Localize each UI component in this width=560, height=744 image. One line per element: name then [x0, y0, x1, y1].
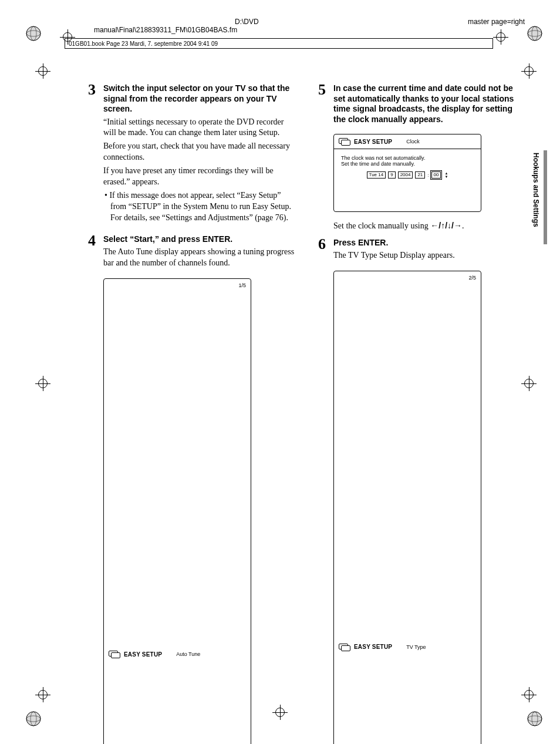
step-6: 6 Press ENTER. The TV Type Setup Display… [318, 237, 525, 264]
osd-tv-type: EASY SETUP TV Type 2/5 Select your TV sc… [333, 271, 481, 744]
osd-title: EASY SETUP [354, 139, 392, 145]
osd-page: 2/5 [468, 275, 476, 744]
easy-setup-icon [339, 644, 349, 651]
step-paragraph: The TV Type Setup Display appears. [333, 250, 525, 261]
step-bullet: • If this message does not appear, selec… [103, 190, 295, 224]
date-field-month: 9 [388, 171, 395, 179]
osd-page: 1/5 [238, 282, 246, 744]
step-title: Switch the input selector on your TV so … [103, 83, 295, 115]
step-paragraph: “Initial settings necessary to operate t… [103, 117, 295, 139]
osd-title: EASY SETUP [124, 651, 162, 658]
step-title: In case the current time and date could … [333, 83, 525, 124]
easy-setup-icon [109, 651, 119, 658]
date-field-year: 2004 [398, 171, 413, 179]
osd-text: The clock was not set automatically. [341, 155, 474, 161]
step-title: Press ENTER. [333, 238, 525, 248]
step-paragraph: The Auto Tune display appears showing a … [103, 247, 295, 269]
osd-subtitle: Auto Tune [176, 651, 200, 657]
right-column: 5 In case the current time and date coul… [318, 82, 525, 744]
body-paragraph: Set the clock manually using ←/↑/↓/→. [333, 220, 525, 232]
osd-subtitle: TV Type [406, 644, 426, 650]
arrow-keys-icon: ←/↑/↓/→ [430, 221, 462, 230]
date-field-day: Tue 14 [367, 171, 386, 179]
osd-title: EASY SETUP [354, 644, 392, 650]
step-paragraph: Before you start, check that you have ma… [103, 141, 295, 163]
date-field-minute: 00 [431, 171, 441, 179]
stepper-icon: ▲▼ [444, 171, 448, 179]
left-column: 3 Switch the input selector on your TV s… [88, 82, 295, 744]
easy-setup-icon [339, 138, 349, 145]
step-number: 5 [318, 82, 333, 127]
step-number: 6 [318, 237, 333, 264]
date-field-hour: 21 [415, 171, 425, 179]
step-4: 4 Select “Start,” and press ENTER. The A… [88, 233, 295, 271]
osd-text: Set the time and date manually. [341, 161, 474, 167]
osd-subtitle: Clock [406, 139, 420, 144]
osd-auto-tune-progress: EASY SETUP Auto Tune 1/5 Number of chann… [103, 278, 251, 744]
step-paragraph: If you have preset any timer recordings … [103, 166, 295, 188]
osd-clock: EASY SETUP Clock The clock was not set a… [333, 134, 481, 212]
step-number: 3 [88, 82, 103, 226]
step-3: 3 Switch the input selector on your TV s… [88, 82, 295, 226]
step-5: 5 In case the current time and date coul… [318, 82, 525, 127]
step-title: Select “Start,” and press ENTER. [103, 234, 295, 245]
step-number: 4 [88, 233, 103, 271]
